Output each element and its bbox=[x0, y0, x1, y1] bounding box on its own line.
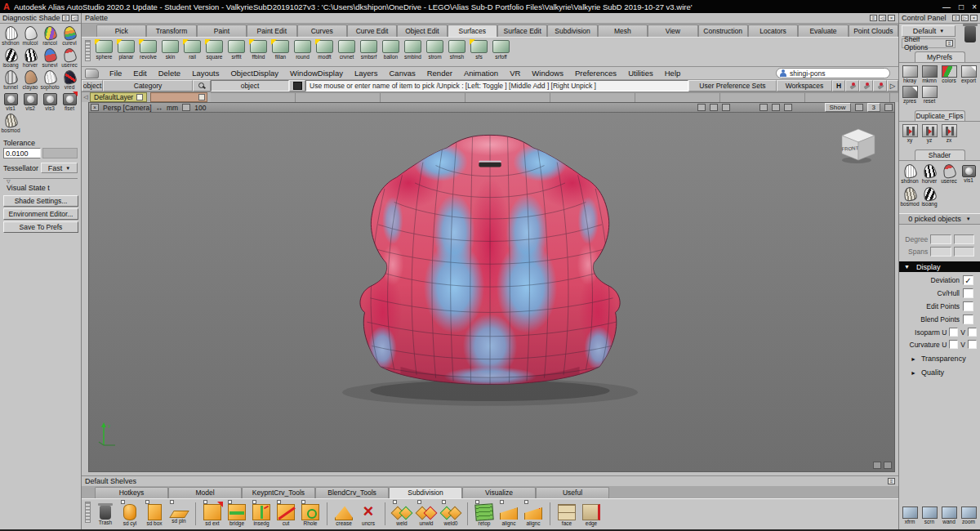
tool-sd-plane[interactable]: sd pln bbox=[167, 499, 191, 524]
tool-sd-extrude[interactable]: sd ext bbox=[200, 499, 225, 526]
tab-surface-edit[interactable]: Surface Edit bbox=[497, 25, 547, 37]
grid-toggle-icon[interactable] bbox=[784, 104, 792, 111]
menu-file[interactable]: File bbox=[104, 69, 127, 78]
tab-paint[interactable]: Paint bbox=[197, 25, 247, 37]
shelf-options-button[interactable]: Shelf Options≡ bbox=[902, 38, 956, 48]
tool-smblnd[interactable]: smblnd bbox=[402, 38, 424, 60]
tool-sfs[interactable]: sfs bbox=[468, 38, 490, 60]
tool-strom[interactable]: strom bbox=[424, 38, 446, 60]
tool-planar[interactable]: planar bbox=[115, 38, 137, 60]
option-box[interactable] bbox=[500, 500, 504, 504]
maximize-view-icon[interactable] bbox=[873, 462, 881, 469]
car-model-canvas[interactable] bbox=[89, 113, 894, 471]
menu-windows[interactable]: Windows bbox=[526, 69, 569, 78]
tool-unweld[interactable]: unwld bbox=[414, 499, 439, 526]
panel-menu-icon[interactable]: ≡ bbox=[870, 15, 877, 21]
tab-subdivision[interactable]: Subdivision bbox=[547, 25, 597, 37]
tab-myprefs[interactable]: MyPrefs bbox=[915, 51, 965, 62]
close-button[interactable]: × bbox=[972, 2, 977, 11]
panel-menu-icon[interactable]: ≡ bbox=[952, 15, 960, 21]
tool-mulcol[interactable]: mulcol bbox=[20, 25, 40, 46]
tab-paint-edit[interactable]: Paint Edit bbox=[247, 25, 296, 37]
tool-sophoto[interactable]: sophoto bbox=[40, 69, 60, 90]
toolbar-grip[interactable] bbox=[85, 40, 91, 61]
tolerance-input[interactable]: 0.0100 bbox=[3, 148, 41, 158]
tool-tunnel[interactable]: tunnel bbox=[1, 69, 20, 90]
menu-animation[interactable]: Animation bbox=[458, 69, 504, 78]
object-field[interactable]: object bbox=[211, 80, 289, 91]
tool-srfoff[interactable]: srfoff bbox=[490, 38, 512, 60]
tool-uncrease[interactable]: ×uncrs bbox=[356, 499, 381, 526]
tool-colors[interactable]: colors bbox=[939, 65, 959, 83]
tool-zpres[interactable]: zpres bbox=[900, 86, 920, 104]
tool-align-curvature[interactable]: alignc bbox=[497, 499, 521, 526]
tool-weld[interactable]: weld bbox=[390, 499, 414, 526]
tool-userec[interactable]: userec bbox=[60, 47, 79, 68]
resize-grip-icon[interactable] bbox=[884, 462, 892, 469]
maximize-button[interactable]: □ bbox=[959, 2, 964, 11]
tool-vred[interactable]: vred bbox=[60, 69, 79, 90]
brush1-button[interactable] bbox=[845, 80, 859, 91]
tab-object-edit[interactable]: Object Edit bbox=[397, 25, 447, 37]
isoparm-u-checkbox[interactable] bbox=[949, 328, 958, 337]
curvature-u-checkbox[interactable] bbox=[949, 340, 958, 349]
tool-sunevl[interactable]: sunevl bbox=[40, 47, 60, 68]
panel-swap-icon[interactable] bbox=[710, 104, 718, 111]
tab-pick[interactable]: Pick bbox=[96, 25, 146, 37]
category-button[interactable]: Category bbox=[103, 80, 193, 91]
panel-menu-icon[interactable]: ≡ bbox=[62, 15, 69, 21]
tool-scrn[interactable]: scrn bbox=[920, 506, 939, 524]
tab-curve-edit[interactable]: Curve Edit bbox=[347, 25, 397, 37]
tool-round[interactable]: round bbox=[292, 38, 314, 60]
panel-expand-icon[interactable]: ▷ bbox=[961, 15, 969, 21]
shelf-tab-blendcrv[interactable]: BlendCrv_Tools bbox=[315, 487, 389, 498]
tab-transform[interactable]: Transform bbox=[146, 25, 196, 37]
pick-tool-icon[interactable] bbox=[85, 69, 99, 78]
tab-curves[interactable]: Curves bbox=[297, 25, 347, 37]
tab-point-clouds[interactable]: Point Clouds bbox=[849, 25, 898, 37]
tool-align-normal[interactable]: alignc bbox=[521, 499, 546, 526]
search-box[interactable]: shingi-pons bbox=[776, 68, 890, 78]
shelf-tab-keypntcrv[interactable]: KeypntCrv_Tools bbox=[242, 487, 315, 498]
option-box[interactable] bbox=[524, 500, 528, 504]
save-to-prefs-button[interactable]: Save To Prefs bbox=[3, 221, 78, 233]
tool-srfflt[interactable]: srfflt bbox=[225, 38, 247, 60]
shade-settings-button[interactable]: Shade Settings... bbox=[3, 195, 78, 207]
tool-curevl[interactable]: curevl bbox=[60, 25, 79, 46]
tool-rhole[interactable]: Rhole bbox=[298, 499, 323, 526]
shelf-preset-dropdown[interactable]: Default▼ bbox=[902, 25, 956, 37]
tool-sd-box[interactable]: sd box bbox=[142, 499, 167, 526]
tool-clayao[interactable]: clayao bbox=[20, 69, 40, 90]
option-box[interactable] bbox=[475, 500, 479, 504]
tab-shader[interactable]: Shader bbox=[915, 149, 965, 160]
promptline-icon-cell[interactable] bbox=[289, 80, 305, 91]
tab-surfaces[interactable]: Surfaces bbox=[448, 25, 497, 37]
panel-collapse-icon[interactable]: ◁ bbox=[879, 15, 886, 21]
tool-hkray[interactable]: hkray bbox=[900, 65, 920, 83]
tab-construction[interactable]: Construction bbox=[698, 25, 748, 37]
shelf-tab-model[interactable]: Model bbox=[168, 487, 242, 498]
tool-mkmn[interactable]: mkmn bbox=[920, 65, 939, 83]
tool-shader-shdnon[interactable]: shdnon bbox=[900, 163, 920, 184]
toolbar-grip[interactable] bbox=[85, 502, 91, 523]
tool-export[interactable]: export bbox=[959, 65, 978, 83]
pick-icon-cell[interactable] bbox=[193, 80, 211, 91]
tool-modft[interactable]: modft bbox=[314, 38, 336, 60]
tool-ffblnd[interactable]: ffblnd bbox=[247, 38, 270, 60]
tolerance-slider[interactable] bbox=[42, 148, 78, 158]
tool-flip-yz[interactable]: yz bbox=[920, 124, 939, 143]
tool-reset[interactable]: reset bbox=[920, 86, 939, 104]
tool-bridge[interactable]: bridge bbox=[225, 499, 249, 526]
expand-arrow[interactable]: ▷ bbox=[887, 80, 898, 91]
workspaces-button[interactable]: Workspaces bbox=[777, 80, 832, 91]
tool-retop[interactable]: retop bbox=[472, 499, 497, 526]
default-layer-tab[interactable]: DefaultLayer bbox=[90, 92, 147, 102]
tool-rail[interactable]: rail bbox=[181, 38, 203, 60]
shelf-tab-hotkeys[interactable]: Hotkeys bbox=[95, 487, 168, 498]
tool-shader-isoang[interactable]: isoang bbox=[920, 186, 939, 207]
curvature-v-checkbox[interactable] bbox=[968, 340, 977, 349]
tool-wand[interactable]: wand bbox=[939, 506, 959, 524]
degree-u-field[interactable] bbox=[930, 234, 951, 244]
menu-edit[interactable]: Edit bbox=[127, 69, 152, 78]
tool-shader-userec[interactable]: userec bbox=[939, 163, 959, 184]
